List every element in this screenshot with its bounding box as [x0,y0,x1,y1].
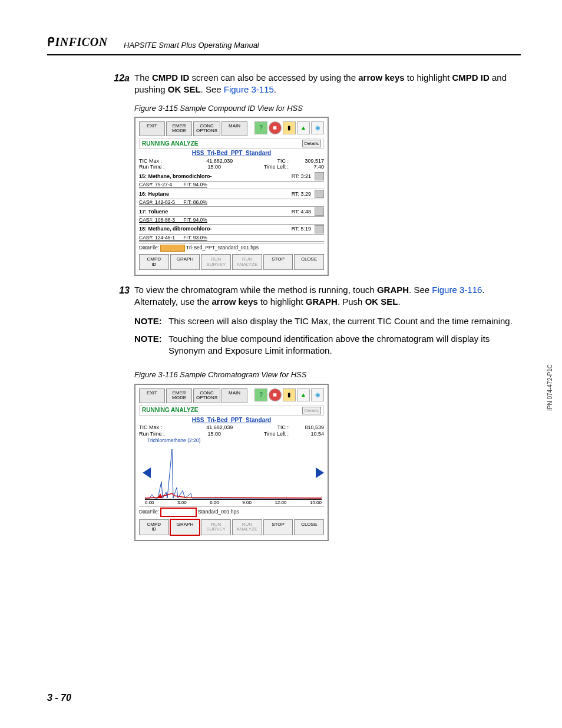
datafile-highlight [160,508,197,517]
run-survey-button: RUN SURVEY [201,519,231,535]
info-icon[interactable]: ◆ [266,118,284,137]
scroll-icon[interactable] [315,207,324,216]
run-time-row: Run Time : 15:00 Time Left : 7:40 [139,164,324,170]
run-analyze-button: RUN ANALYZE [232,519,262,535]
scroll-icon[interactable] [315,190,324,198]
step-number: 13 [103,284,134,363]
battery-icon: ▮ [283,121,296,134]
conc-options-button[interactable]: CONC OPTIONS [193,388,220,403]
signal-icon: ▲ [297,121,310,134]
datafile-row: DataFile: Standard_001.hps [139,506,324,517]
bottom-button-bar: CMPD ID GRAPH RUN SURVEY RUN ANALYZE STO… [139,519,324,535]
run-survey-button: RUN SURVEY [201,254,231,270]
signal-icon: ▲ [297,388,310,401]
bottom-button-bar: CMPD ID GRAPH RUN SURVEY RUN ANALYZE STO… [139,254,324,270]
run-time-row: Run Time : 15:00 Time Left : 10:54 [139,431,324,437]
step-number: 12a [103,72,134,96]
compound-row[interactable]: 15: Methane, bromodichloro- RT: 3:21 [139,172,324,182]
stop-button[interactable]: STOP [263,254,293,270]
main-button[interactable]: MAIN [222,121,247,136]
datafile-row: DataFile: Tri-Bed_PPT_Standard_001.hps [139,243,324,252]
graph-button[interactable]: GRAPH [170,519,200,535]
status-text: RUNNING ANALYZE [142,407,198,414]
step-12a: 12a The CMPD ID screen can also be acces… [103,72,515,96]
method-name[interactable]: HSS_Tri-Bed_PPT_Standard [139,417,324,424]
compound-annotation[interactable]: Trichloromethane (2:20) [147,438,324,444]
figure-115-screenshot: EXIT EMER MODE CONC OPTIONS MAIN ? ◆ ▮ ▲… [134,117,329,276]
figure-116-caption: Figure 3-116 Sample Chromatogram View fo… [134,370,515,380]
run-analyze-button: RUN ANALYZE [232,254,262,270]
details-button[interactable]: Details [302,140,321,147]
logo-icon: ᑭ [47,35,55,48]
main-button[interactable]: MAIN [222,388,247,403]
brand-logo: ᑭINFICON [47,34,108,50]
exit-button[interactable]: EXIT [139,121,165,136]
cmpd-id-button[interactable]: CMPD ID [139,519,169,535]
tic-max-row: TIC Max : 41,682,039 TIC : 810,539 [139,424,324,430]
stop-button[interactable]: STOP [263,519,293,535]
help-icon[interactable]: ? [254,388,267,401]
cmpd-id-button[interactable]: CMPD ID [139,254,169,270]
scroll-icon[interactable] [315,172,324,180]
conc-options-button[interactable]: CONC OPTIONS [193,121,220,136]
step-text: To view the chromatogram while the metho… [134,284,515,363]
step-13: 13 To view the chromatogram while the me… [103,284,515,363]
details-button: Details [302,407,321,414]
compound-row[interactable]: 18: Methane, dibromochloro- RT: 5:19 [139,225,324,235]
document-code: IPN 074-472-P1C [546,364,554,411]
exit-button[interactable]: EXIT [139,388,165,403]
close-button[interactable]: CLOSE [294,254,324,270]
status-text: RUNNING ANALYZE [142,140,198,147]
tic-max-row: TIC Max : 41,682,039 TIC : 309,517 [139,158,324,164]
method-name[interactable]: HSS_Tri-Bed_PPT_Standard [139,150,324,157]
page-number: 3 - 70 [47,691,71,704]
manual-title: HAPSITE Smart Plus Operating Manual [124,40,259,51]
compound-row[interactable]: 16: Heptane RT: 3:29 [139,189,324,199]
status-icon: ◉ [311,388,324,401]
help-icon[interactable]: ? [254,121,267,134]
compound-row[interactable]: 17: Toluene RT: 4:48 [139,207,324,217]
status-icon: ◉ [311,121,324,134]
battery-icon: ▮ [283,388,296,401]
step-text: The CMPD ID screen can also be accessed … [134,72,515,96]
figure-115-caption: Figure 3-115 Sample Compound ID View for… [134,103,515,114]
figure-link[interactable]: Figure 3-116 [432,285,482,295]
note-1: NOTE: This screen will also display the … [134,315,515,327]
scroll-icon[interactable] [315,225,324,233]
emer-mode-button[interactable]: EMER MODE [166,388,192,403]
chromatogram-xaxis: 0:00 3:00 6:00 9:00 12:00 15:00 [145,500,322,505]
note-2: NOTE: Touching the blue compound identif… [134,333,515,357]
datafile-highlight [160,245,185,252]
info-icon[interactable]: ◆ [266,386,284,404]
emer-mode-button[interactable]: EMER MODE [166,121,192,136]
chromatogram-plot[interactable] [145,446,322,500]
graph-button[interactable]: GRAPH [170,254,200,270]
figure-link[interactable]: Figure 3-115 [224,84,274,94]
figure-116-screenshot: EXIT EMER MODE CONC OPTIONS MAIN ? ◆ ▮ ▲… [134,384,329,541]
page-header: ᑭINFICON HAPSITE Smart Plus Operating Ma… [47,31,521,55]
close-button[interactable]: CLOSE [294,519,324,535]
compound-list: 15: Methane, bromodichloro- RT: 3:21 CAS… [139,172,324,242]
ss-toolbar: EXIT EMER MODE CONC OPTIONS MAIN ? ◆ ▮ ▲… [139,121,324,136]
ss-toolbar: EXIT EMER MODE CONC OPTIONS MAIN ? ◆ ▮ ▲… [139,388,324,403]
